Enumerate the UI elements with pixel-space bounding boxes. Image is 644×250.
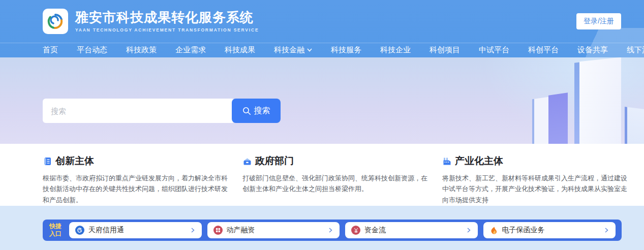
quick-link-label: 资金流 — [364, 226, 386, 235]
nav-item-label: 科技成果 — [225, 45, 255, 55]
site-title: 雅安市科技成果转化服务系统 — [75, 10, 259, 25]
features-section: 创新主体 根据市委、市政府拟订的重点产业链发展方向，着力解决全市科技创新活动中存… — [0, 144, 644, 206]
feature-description: 根据市委、市政府拟订的重点产业链发展方向，着力解决全市科技创新活动中存在的关键共… — [43, 173, 229, 205]
search-bar: 搜索 — [43, 99, 281, 123]
nav-item-label: 设备共享 — [577, 45, 608, 55]
quick-link-label: 天府信用通 — [88, 226, 124, 235]
nav-item-label: 中试平台 — [479, 45, 509, 55]
factory-icon — [442, 157, 452, 166]
quick-entry-label-line1: 快捷 — [49, 223, 62, 230]
feature-description: 打破部门信息壁垒、强化部门政策协同、统筹科技创新资源，在创新主体和产业化主体之间… — [242, 173, 428, 195]
hero-banner: 搜索 — [0, 57, 644, 144]
chevron-right-icon — [466, 227, 472, 233]
nav-item-label: 科创平台 — [528, 45, 559, 55]
capital-flow-icon — [351, 226, 360, 235]
chattel-finance-icon — [213, 226, 223, 235]
building-shape — [548, 92, 568, 144]
nav-item-label: 首页 — [43, 45, 58, 55]
site-header: 雅安市科技成果转化服务系统 YAAN TECHNOLOGY ACHIEVEMEN… — [0, 0, 644, 57]
chevron-right-icon — [603, 227, 609, 233]
nav-item-label: 科创项目 — [430, 45, 460, 55]
site-subtitle: YAAN TECHNOLOGY ACHIEVEMENT TRANSFORMATI… — [75, 27, 259, 33]
quick-entry-label-line2: 入口 — [49, 230, 62, 238]
brand-block: 雅安市科技成果转化服务系统 YAAN TECHNOLOGY ACHIEVEMEN… — [75, 10, 259, 33]
quick-link-tianfu-credit[interactable]: 天府信用通 — [69, 222, 202, 238]
feature-innovation-entities: 创新主体 根据市委、市政府拟订的重点产业链发展方向，着力解决全市科技创新活动中存… — [43, 154, 229, 206]
feature-government-departments: 政府部门 打破部门信息壁垒、强化部门政策协同、统筹科技创新资源，在创新主体和产业… — [242, 154, 428, 206]
quick-link-e-guarantee[interactable]: 电子保函业务 — [483, 222, 616, 238]
chevron-down-icon — [307, 48, 312, 52]
quick-entry-bar: 快捷 入口 天府信用通 动产融资 资金流 — [43, 220, 622, 241]
login-register-button[interactable]: 登录/注册 — [576, 13, 621, 29]
site-logo[interactable] — [43, 9, 68, 34]
building-shape — [532, 97, 548, 144]
tianfu-credit-icon — [75, 226, 84, 235]
feature-title: 政府部门 — [255, 154, 294, 168]
building-shape — [625, 107, 644, 144]
quick-entry-section: 快捷 入口 天府信用通 动产融资 资金流 — [0, 206, 644, 250]
search-icon — [242, 107, 251, 115]
government-building-icon — [242, 157, 252, 166]
search-input[interactable] — [43, 99, 235, 123]
feature-industrialization-entities: 产业化主体 将新技术、新工艺、新材料等科研成果引入生产流程，通过建设中试平台等方… — [442, 154, 628, 206]
building-shape — [579, 57, 621, 144]
nav-item-label: 平台动态 — [77, 45, 107, 55]
main-nav: 首页 平台动态 科技政策 企业需求 科技成果 科技金融 科技服务 科技企业 科创… — [0, 43, 644, 57]
nav-item-label: 科技金融 — [274, 45, 304, 55]
quick-link-chattel-finance[interactable]: 动产融资 — [207, 222, 340, 238]
chevron-right-icon — [190, 227, 196, 233]
nav-item-label: 线下活动 — [627, 45, 644, 55]
feature-head: 产业化主体 — [442, 154, 628, 168]
nav-item-label: 企业需求 — [175, 45, 206, 55]
quick-entry-label: 快捷 入口 — [49, 223, 62, 238]
search-button[interactable]: 搜索 — [232, 99, 281, 123]
nav-item-label: 科技企业 — [380, 45, 411, 55]
nav-item-label: 科技服务 — [331, 45, 361, 55]
chevron-right-icon — [327, 227, 333, 233]
nav-item-label: 科技政策 — [126, 45, 157, 55]
feature-title: 创新主体 — [55, 154, 94, 168]
feature-head: 政府部门 — [242, 154, 428, 168]
quick-link-capital-flow[interactable]: 资金流 — [345, 222, 478, 238]
search-button-label: 搜索 — [254, 106, 270, 116]
header-top: 雅安市科技成果转化服务系统 YAAN TECHNOLOGY ACHIEVEMEN… — [0, 0, 644, 43]
logo-swirl-icon — [46, 12, 65, 30]
feature-description: 将新技术、新工艺、新材料等科研成果引入生产流程，通过建设中试平台等方式，开展产业… — [442, 173, 628, 205]
feature-head: 创新主体 — [43, 154, 229, 168]
document-icon — [43, 157, 52, 166]
e-guarantee-icon — [489, 226, 498, 235]
quick-link-label: 动产融资 — [227, 226, 255, 235]
feature-title: 产业化主体 — [455, 154, 503, 168]
quick-link-label: 电子保函业务 — [502, 226, 545, 235]
